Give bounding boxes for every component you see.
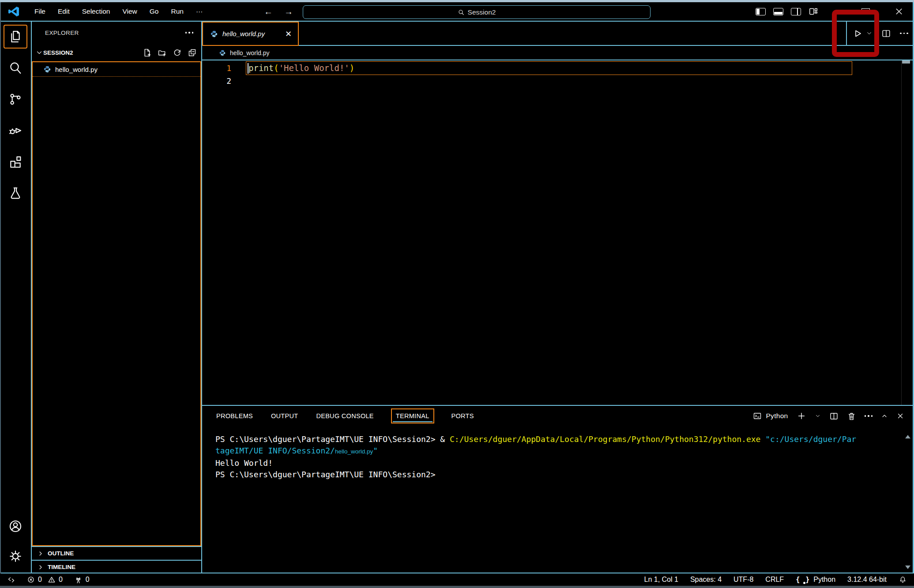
activitybar-source-control[interactable] xyxy=(4,87,27,111)
editor-more-icon[interactable] xyxy=(900,33,908,34)
toggle-secondary-sidebar-icon[interactable] xyxy=(791,8,801,15)
language-mode[interactable]: { } Python xyxy=(796,576,835,584)
new-folder-icon[interactable] xyxy=(158,48,167,57)
annotation-red-box xyxy=(832,10,879,57)
language-status-icon: { } xyxy=(796,576,810,584)
terminal-argument-file-link[interactable]: hello_world.py xyxy=(335,448,373,455)
search-placeholder: Session2 xyxy=(468,8,496,16)
new-terminal-icon[interactable] xyxy=(797,411,806,421)
layout-controls xyxy=(756,2,818,21)
panel-more-icon[interactable] xyxy=(865,415,873,417)
history-navigation: ← → xyxy=(264,2,293,21)
kill-terminal-trash-icon[interactable] xyxy=(847,412,856,421)
close-icon xyxy=(895,7,903,16)
panel-tab-problems[interactable]: PROBLEMS xyxy=(215,409,254,423)
menubar: File Edit Selection View Go Run ··· xyxy=(28,5,209,18)
warning-count: 0 xyxy=(59,576,63,584)
menu-go[interactable]: Go xyxy=(143,5,165,18)
tab-close-icon[interactable]: ✕ xyxy=(284,29,293,39)
activitybar-settings[interactable] xyxy=(4,544,27,568)
toggle-sidebar-icon[interactable] xyxy=(756,8,766,15)
terminal-command: C:/Users/dguer/AppData/Local/Programs/Py… xyxy=(450,434,760,444)
new-file-icon[interactable] xyxy=(143,48,152,57)
tree-item-hello-world[interactable]: hello_world.py xyxy=(33,62,200,77)
code-editor[interactable]: 1 2 print('Hello World!') xyxy=(202,60,914,405)
close-panel-icon[interactable] xyxy=(896,412,904,420)
menu-run[interactable]: Run xyxy=(165,5,189,18)
maximize-panel-chevron-icon[interactable] xyxy=(881,412,888,419)
bottom-panel: PROBLEMS OUTPUT DEBUG CONSOLE TERMINAL P… xyxy=(202,405,914,573)
section-actions xyxy=(143,48,197,57)
panel-scroll-down-icon[interactable] xyxy=(905,566,910,569)
activitybar-search[interactable] xyxy=(4,56,27,80)
split-editor-icon[interactable] xyxy=(881,29,891,38)
code-token-close-paren: ) xyxy=(350,63,354,73)
refresh-icon[interactable] xyxy=(173,48,182,57)
ports-indicator[interactable]: 0 xyxy=(74,576,90,584)
timeline-section[interactable]: TIMELINE xyxy=(32,560,201,573)
customize-layout-icon[interactable] xyxy=(809,7,818,16)
beaker-icon xyxy=(8,186,23,200)
remote-indicator-icon[interactable] xyxy=(7,576,15,584)
activitybar-extensions[interactable] xyxy=(4,150,27,174)
activitybar-accounts[interactable] xyxy=(4,514,27,538)
ports-count: 0 xyxy=(86,576,90,584)
errors-icon xyxy=(27,576,35,584)
terminal-prompt: PS C:\Users\dguer\PartageIMT\UE INFO\Ses… xyxy=(215,434,450,444)
panel-tab-ports[interactable]: PORTS xyxy=(451,409,475,423)
line-number-1: 1 xyxy=(202,62,231,75)
terminal-dropdown-chevron-icon[interactable] xyxy=(815,413,821,419)
terminal-argument-path: tageIMT/UE INFO/Session2/ xyxy=(215,446,335,455)
breadcrumb[interactable]: hello_world.py xyxy=(202,46,914,60)
panel-scroll-up-icon[interactable] xyxy=(905,435,910,438)
split-terminal-icon[interactable] xyxy=(829,412,839,421)
go-back-icon[interactable]: ← xyxy=(264,7,273,17)
go-forward-icon[interactable]: → xyxy=(284,7,293,17)
close-window-button[interactable] xyxy=(892,5,906,18)
explorer-more-icon[interactable] xyxy=(185,32,194,34)
vscode-window: File Edit Selection View Go Run ··· ← → … xyxy=(0,0,914,588)
terminal-argument: "c:/Users/dguer/Par xyxy=(760,434,856,444)
source-control-icon xyxy=(8,92,23,106)
terminal-prompt: PS C:\Users\dguer\PartageIMT\UE INFO\Ses… xyxy=(215,470,436,479)
active-shell[interactable]: Python xyxy=(753,412,788,420)
terminal-line: PS C:\Users\dguer\PartageIMT\UE INFO\Ses… xyxy=(215,434,896,445)
menu-view[interactable]: View xyxy=(116,5,143,18)
collapse-all-icon[interactable] xyxy=(188,48,197,57)
panel-tab-debug-console[interactable]: DEBUG CONSOLE xyxy=(315,409,374,423)
outline-section[interactable]: OUTLINE xyxy=(32,546,201,560)
menu-selection[interactable]: Selection xyxy=(76,5,117,18)
command-center-search[interactable]: Session2 xyxy=(303,5,651,19)
file-label: hello_world.py xyxy=(55,66,98,73)
account-icon xyxy=(8,519,23,533)
explorer-section-header[interactable]: SESSION2 xyxy=(32,44,201,61)
cursor-position[interactable]: Ln 1, Col 1 xyxy=(644,576,678,584)
debug-icon xyxy=(8,124,23,138)
python-interpreter[interactable]: 3.12.4 64-bit xyxy=(847,576,887,584)
panel-tab-output[interactable]: OUTPUT xyxy=(270,409,299,423)
activitybar-bottom xyxy=(4,508,27,573)
editor-scrollbar[interactable] xyxy=(901,60,910,405)
problems-indicator[interactable]: 0 0 xyxy=(27,576,63,584)
notifications-bell-icon[interactable] xyxy=(899,576,907,584)
toggle-panel-icon[interactable] xyxy=(773,8,783,15)
menu-file[interactable]: File xyxy=(28,5,52,18)
terminal-content[interactable]: PS C:\Users\dguer\PartageIMT\UE INFO\Ses… xyxy=(202,426,914,480)
tab-hello-world[interactable]: hello_world.py ✕ xyxy=(202,22,299,46)
indentation[interactable]: Spaces: 4 xyxy=(690,576,722,584)
terminal-prompt-line: PS C:\Users\dguer\PartageIMT\UE INFO\Ses… xyxy=(215,469,896,480)
terminal-output-line: Hello World! xyxy=(215,457,896,469)
activitybar-explorer[interactable] xyxy=(4,25,27,49)
terminal-output: Hello World! xyxy=(215,458,273,468)
panel-tab-terminal[interactable]: TERMINAL xyxy=(391,408,434,423)
encoding[interactable]: UTF-8 xyxy=(733,576,753,584)
search-icon xyxy=(8,61,23,75)
panel-tab-bar: PROBLEMS OUTPUT DEBUG CONSOLE TERMINAL P… xyxy=(202,406,914,426)
menu-more[interactable]: ··· xyxy=(190,5,209,18)
activitybar-run-debug[interactable] xyxy=(4,119,27,142)
code-token-string: 'Hello World!' xyxy=(279,63,350,73)
activitybar-testing[interactable] xyxy=(4,181,27,205)
scrollbar-thumb[interactable] xyxy=(902,60,910,64)
eol-sequence[interactable]: CRLF xyxy=(765,576,784,584)
menu-edit[interactable]: Edit xyxy=(52,5,76,18)
